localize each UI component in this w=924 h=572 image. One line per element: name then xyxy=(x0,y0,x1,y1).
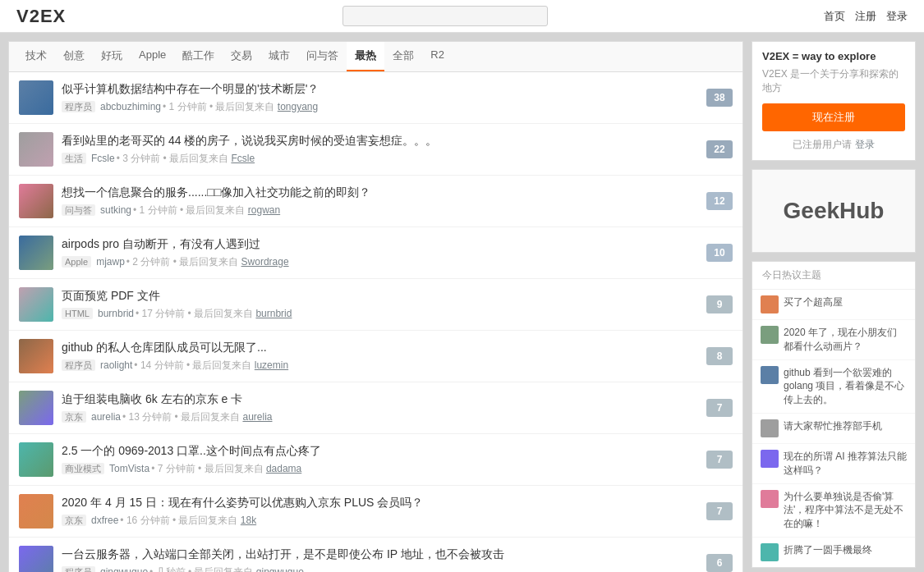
topic-title-link[interactable]: 页面预览 PDF 文件 xyxy=(62,289,160,302)
topic-avatar xyxy=(19,184,53,218)
topic-title-link[interactable]: 迫于组装电脑收 6k 左右的京东 e 卡 xyxy=(62,392,242,405)
topic-item: 似乎计算机数据结构中存在一个明显的'技术断层'？程序员abcbuzhiming•… xyxy=(9,72,742,124)
tab-交易[interactable]: 交易 xyxy=(223,42,260,71)
topic-avatar xyxy=(19,287,53,322)
topic-author[interactable]: TomVista xyxy=(109,463,149,474)
geekhub-text: GeekHub xyxy=(784,198,885,224)
topic-item: 看到站里的老哥买的 44 楼的房子，说说我买房时候的受迫害妄想症。。。生活Fcs… xyxy=(9,124,742,176)
hot-topic-item[interactable]: 请大家帮忙推荐部手机 xyxy=(752,414,915,444)
topic-node[interactable]: 程序员 xyxy=(62,566,95,573)
topic-last-reply: • 最后回复来自 Fcsle xyxy=(160,153,255,164)
topic-last-reply: • 最后回复来自 tongyang xyxy=(207,101,319,112)
register-button[interactable]: 现在注册 xyxy=(762,103,905,131)
topic-time: • 13 分钟前 xyxy=(122,411,172,423)
topic-item: airpods pro 自动断开，有没有人遇到过Applemjawp• 2 分钟… xyxy=(9,227,742,279)
hot-topics-card: 今日热议主题 买了个超高屋2020 年了，现在小朋友们都看什么动画片？githu… xyxy=(752,261,916,568)
hot-topics-label: 今日热议主题 xyxy=(752,262,915,290)
hot-topic-item[interactable]: 为什么要单独说是否偷'算法'，程序中算法不是无处不在的嘛！ xyxy=(752,484,915,538)
topic-node[interactable]: 生活 xyxy=(62,153,86,164)
search-bar[interactable] xyxy=(342,6,548,26)
search-input[interactable] xyxy=(342,6,548,26)
topic-meta: 程序员raolight• 14 分钟前 • 最后回复来自 luzemin xyxy=(62,359,698,373)
topic-title-link[interactable]: 似乎计算机数据结构中存在一个明显的'技术断层'？ xyxy=(62,82,319,95)
topic-node[interactable]: 京东 xyxy=(62,411,86,423)
topic-body: 一台云服务器，入站端口全部关闭，出站打开，是不是即使公布 IP 地址，也不会被攻… xyxy=(62,547,698,573)
topic-body: airpods pro 自动断开，有没有人遇到过Applemjawp• 2 分钟… xyxy=(62,237,698,269)
topic-author[interactable]: burnbrid xyxy=(98,308,134,319)
topic-time: • 14 分钟前 xyxy=(134,359,183,371)
hot-topic-title: 现在的所谓 AI 推荐算法只能这样吗？ xyxy=(784,450,907,478)
topic-author[interactable]: dxfree xyxy=(91,515,118,526)
reply-count: 22 xyxy=(706,140,733,158)
nav-login[interactable]: 登录 xyxy=(886,9,908,24)
topic-author[interactable]: abcbuzhiming xyxy=(100,101,161,112)
tab-酷工作[interactable]: 酷工作 xyxy=(174,42,223,71)
topic-title-link[interactable]: airpods pro 自动断开，有没有人遇到过 xyxy=(62,237,260,250)
topic-last-reply: • 最后回复来自 aurelia xyxy=(172,411,272,423)
topic-body: 似乎计算机数据结构中存在一个明显的'技术断层'？程序员abcbuzhiming•… xyxy=(62,82,698,114)
topic-body: 页面预览 PDF 文件HTMLburnbrid• 17 分钟前 • 最后回复来自… xyxy=(62,289,698,321)
site-logo[interactable]: V2EX xyxy=(16,6,66,27)
topic-author[interactable]: Fcsle xyxy=(91,153,115,164)
tab-Apple[interactable]: Apple xyxy=(131,42,174,71)
topic-node[interactable]: HTML xyxy=(62,308,93,319)
nav-home[interactable]: 首页 xyxy=(824,9,845,24)
topic-title-link[interactable]: 想找一个信息聚合的服务......□□像加入社交功能之前的即刻？ xyxy=(62,185,370,199)
tab-创意[interactable]: 创意 xyxy=(55,42,93,71)
topic-meta: 生活Fcsle• 3 分钟前 • 最后回复来自 Fcsle xyxy=(62,152,698,166)
hot-topic-item[interactable]: 现在的所谓 AI 推荐算法只能这样吗？ xyxy=(752,444,915,484)
topic-title-link[interactable]: 一台云服务器，入站端口全部关闭，出站打开，是不是即使公布 IP 地址，也不会被攻… xyxy=(62,547,504,561)
topic-node[interactable]: 程序员 xyxy=(62,359,95,371)
hot-topic-title: github 看到一个欲罢难的 golang 项目，看着像是不心传上去的。 xyxy=(784,366,907,407)
topic-body: github 的私人仓库团队成员可以无限了...程序员raolight• 14 … xyxy=(62,341,698,373)
topic-author[interactable]: mjawp xyxy=(96,256,125,268)
topic-time: • 17 分钟前 xyxy=(136,308,185,319)
topic-last-reply: • 最后回复来自 dadama xyxy=(195,463,302,474)
tab-R2[interactable]: R2 xyxy=(422,42,453,71)
topic-time: • 2 分钟前 xyxy=(126,256,171,268)
topic-node[interactable]: 问与答 xyxy=(62,204,95,216)
nav-register[interactable]: 注册 xyxy=(855,9,876,24)
main-layout: 技术创意好玩Apple酷工作交易城市问与答最热全部R2 似乎计算机数据结构中存在… xyxy=(0,33,924,572)
topic-avatar xyxy=(19,132,53,167)
tab-全部[interactable]: 全部 xyxy=(384,42,422,71)
hot-topic-item[interactable]: 折腾了一圆手機最终 xyxy=(752,538,915,567)
tab-好玩[interactable]: 好玩 xyxy=(93,42,131,71)
tab-问与答[interactable]: 问与答 xyxy=(298,42,347,71)
login-link[interactable]: 登录 xyxy=(855,139,875,150)
topic-title-link[interactable]: github 的私人仓库团队成员可以无限了... xyxy=(62,341,267,354)
topic-node[interactable]: Apple xyxy=(62,256,91,268)
topic-time: • 16 分钟前 xyxy=(120,515,169,526)
geekhub-banner-card[interactable]: GeekHub xyxy=(752,169,916,253)
register-card: V2EX = way to explore V2EX 是一个关于分享和探索的地方… xyxy=(752,41,916,161)
topic-meta: 京东dxfree• 16 分钟前 • 最后回复来自 18k xyxy=(62,514,698,528)
reply-count: 10 xyxy=(706,244,733,262)
topic-time: • 几秒前 xyxy=(149,566,186,573)
topic-author[interactable]: aurelia xyxy=(91,411,121,423)
topic-last-reply: • 最后回复来自 luzemin xyxy=(184,359,289,371)
topic-list: 似乎计算机数据结构中存在一个明显的'技术断层'？程序员abcbuzhiming•… xyxy=(9,72,742,572)
topic-meta: 程序员qingwuguo• 几秒前 • 最后回复来自 qingwuguo xyxy=(62,565,698,573)
topic-title-link[interactable]: 2.5 一个的 0969-2013 口罩..这个时间点有点心疼了 xyxy=(62,444,321,457)
topic-item: 一台云服务器，入站端口全部关闭，出站打开，是不是即使公布 IP 地址，也不会被攻… xyxy=(9,538,742,572)
topic-node[interactable]: 商业模式 xyxy=(62,463,104,474)
geekhub-banner[interactable]: GeekHub xyxy=(752,170,915,252)
topic-author[interactable]: sutking xyxy=(100,204,131,216)
hot-topic-item[interactable]: github 看到一个欲罢难的 golang 项目，看着像是不心传上去的。 xyxy=(752,360,915,414)
topic-node[interactable]: 程序员 xyxy=(62,101,95,112)
hot-topic-item[interactable]: 买了个超高屋 xyxy=(752,290,915,320)
topic-author[interactable]: raolight xyxy=(100,359,132,371)
tab-技术[interactable]: 技术 xyxy=(17,42,55,71)
brand-title: V2EX = way to explore xyxy=(752,42,915,67)
topic-title-link[interactable]: 2020 年 4 月 15 日：现在有什么姿势可以优惠购入京东 PLUS 会员吗… xyxy=(62,496,423,509)
reply-count: 7 xyxy=(706,451,733,469)
topic-node[interactable]: 京东 xyxy=(62,515,86,526)
hot-topic-icon xyxy=(761,419,779,437)
tab-城市[interactable]: 城市 xyxy=(260,42,298,71)
tab-最热[interactable]: 最热 xyxy=(347,42,384,71)
topic-item: 2020 年 4 月 15 日：现在有什么姿势可以优惠购入京东 PLUS 会员吗… xyxy=(9,486,742,538)
topic-title-link[interactable]: 看到站里的老哥买的 44 楼的房子，说说我买房时候的受迫害妄想症。。。 xyxy=(62,134,437,147)
hot-topic-item[interactable]: 2020 年了，现在小朋友们都看什么动画片？ xyxy=(752,320,915,360)
topic-author[interactable]: qingwuguo xyxy=(100,566,148,573)
topic-avatar xyxy=(19,494,53,529)
